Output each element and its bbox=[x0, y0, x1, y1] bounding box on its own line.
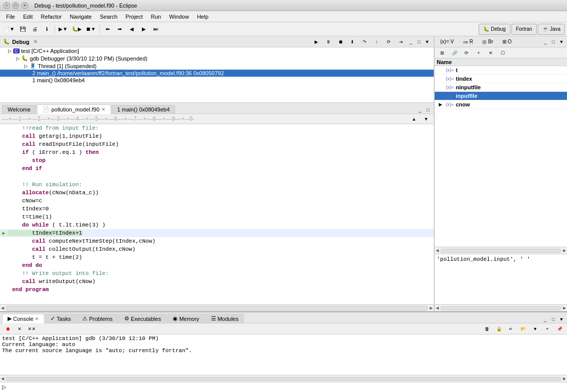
console-close-icon[interactable]: ✕ bbox=[35, 316, 39, 321]
console-input-area[interactable]: ▷ bbox=[0, 382, 567, 392]
hscroll-left[interactable]: ◀ bbox=[0, 305, 5, 311]
select-console-btn[interactable]: ▼ bbox=[530, 323, 541, 334]
stop-button[interactable]: ⏹▼ bbox=[84, 24, 97, 35]
var-item-tindex[interactable]: (x)= tindex bbox=[435, 75, 567, 83]
tree-item-frame-2[interactable]: 2 main_() /home/verlaanm/ff2/fortran_tes… bbox=[0, 70, 434, 77]
editor-maximize-btn[interactable]: □ bbox=[425, 106, 432, 114]
code-editor[interactable]: !!read from input file: call getarg(1,in… bbox=[0, 124, 434, 304]
tab-variables[interactable]: (x)= V bbox=[437, 38, 457, 45]
console-hscroll-thumb[interactable] bbox=[6, 377, 561, 381]
tree-item-app[interactable]: ▷ C test [C/C++ Application] bbox=[0, 47, 434, 54]
select-all-btn[interactable]: ☐ bbox=[497, 47, 508, 59]
collapse-all-btn[interactable]: ⊞ bbox=[437, 47, 448, 59]
editor-hscroll[interactable]: ◀ ▶ bbox=[0, 304, 434, 311]
link-editor-btn[interactable]: 🔗 bbox=[449, 47, 460, 59]
vars-minimize-btn[interactable]: _ bbox=[542, 38, 549, 45]
delete-watch-btn[interactable]: ✕ bbox=[485, 47, 496, 59]
hscroll-right[interactable]: ▶ bbox=[429, 305, 434, 311]
var-item-inputfile[interactable]: (x)= inputfile bbox=[435, 92, 567, 100]
menu-navigate[interactable]: Navigate bbox=[66, 13, 95, 21]
suspend-btn[interactable]: ⏸ bbox=[323, 36, 334, 47]
minimize-panel-btn[interactable]: _ bbox=[407, 38, 415, 45]
resume-btn[interactable]: ▶ bbox=[311, 36, 322, 47]
tab-main[interactable]: 1 main() 0x08049eb4 bbox=[112, 105, 175, 114]
nav-skip[interactable]: ⏭ bbox=[150, 24, 162, 35]
menu-help[interactable]: Help bbox=[193, 13, 213, 21]
var-item-t[interactable]: (x)= t bbox=[435, 66, 567, 75]
perspective-fortran[interactable]: Fortran bbox=[511, 24, 537, 35]
scroll-lock-btn[interactable]: 🔒 bbox=[493, 323, 504, 334]
menu-search[interactable]: Search bbox=[96, 13, 122, 21]
console-maximize-btn[interactable]: □ bbox=[550, 316, 557, 323]
save-button[interactable]: 💾 bbox=[17, 24, 28, 35]
tab-outline[interactable]: ⊞ O bbox=[499, 38, 516, 45]
add-watch-btn[interactable]: + bbox=[473, 47, 484, 59]
tab-breakpoints[interactable]: ◎ Br bbox=[479, 38, 497, 45]
debug-close-icon[interactable]: ✕ bbox=[33, 39, 37, 44]
console-hscroll[interactable]: ◀ ▶ bbox=[0, 375, 567, 382]
word-wrap-btn[interactable]: ↵ bbox=[505, 323, 517, 334]
perspective-java[interactable]: ☕ Java bbox=[538, 24, 565, 35]
value-hscroll-right[interactable]: ▶ bbox=[562, 305, 567, 311]
info-button[interactable]: ℹ bbox=[41, 24, 53, 35]
hscroll-thumb[interactable] bbox=[6, 306, 428, 311]
editor-minimize-btn[interactable]: _ bbox=[417, 106, 424, 114]
value-hscroll[interactable]: ◀ ▶ bbox=[435, 304, 567, 311]
vars-menu-btn[interactable]: ▼ bbox=[558, 38, 565, 45]
tree-item-gdb[interactable]: ▷ 🐛 gdb Debugger (3/30/10 12:10 PM) (Sus… bbox=[0, 54, 434, 62]
expand-icon[interactable]: ▶ bbox=[439, 102, 444, 107]
back-button[interactable]: ⬅ bbox=[102, 24, 113, 35]
vars-hscroll-thumb[interactable] bbox=[441, 249, 561, 253]
tab-welcome[interactable]: Welcome bbox=[2, 105, 36, 114]
console-menu-btn[interactable]: ▼ bbox=[558, 316, 565, 323]
nav-fwd[interactable]: ▶ bbox=[138, 24, 149, 35]
tab-executables[interactable]: ⚙ Executables bbox=[119, 314, 167, 323]
console-hscroll-right[interactable]: ▶ bbox=[562, 375, 567, 382]
pin-console-btn[interactable]: 📌 bbox=[554, 323, 565, 334]
menu-project[interactable]: Project bbox=[122, 13, 147, 21]
print-button[interactable]: 🖨 bbox=[29, 24, 40, 35]
new-console-btn[interactable]: + bbox=[542, 323, 553, 334]
tab-close-icon[interactable]: ✕ bbox=[101, 107, 106, 112]
tab-registers[interactable]: ㎝ R bbox=[459, 37, 477, 46]
remove-all-btn[interactable]: ✕✕ bbox=[26, 323, 37, 334]
debug-run-button[interactable]: 🐛▶ bbox=[70, 24, 83, 35]
minimize-button[interactable]: ○ bbox=[3, 2, 10, 9]
step-over-btn[interactable]: ↷ bbox=[359, 36, 370, 47]
vars-maximize-btn[interactable]: □ bbox=[550, 38, 557, 45]
step-into-btn[interactable]: ⬇ bbox=[347, 36, 358, 47]
value-hscroll-left[interactable]: ◀ bbox=[435, 305, 440, 311]
tree-item-frame-1[interactable]: 1 main() 0x08049eb4 bbox=[0, 77, 434, 84]
tab-console[interactable]: ▶ Console ✕ bbox=[2, 314, 44, 323]
scroll-up-btn[interactable]: ▲ bbox=[408, 114, 420, 125]
terminate-console-btn[interactable]: ⏹ bbox=[2, 323, 13, 334]
menu-edit[interactable]: Edit bbox=[19, 13, 37, 21]
tab-modules[interactable]: ☰ Modules bbox=[205, 314, 244, 323]
value-hscroll-thumb[interactable] bbox=[441, 306, 561, 310]
tree-item-thread[interactable]: ▷ 🧵 Thread [1] (Suspended) bbox=[0, 62, 434, 70]
maximize-button[interactable]: □ bbox=[12, 2, 19, 9]
vars-hscroll[interactable]: ◀ ▶ bbox=[435, 247, 567, 254]
vars-hscroll-right[interactable]: ▶ bbox=[562, 247, 567, 254]
maximize-panel-btn[interactable]: □ bbox=[416, 38, 423, 45]
nav-back[interactable]: ◀ bbox=[126, 24, 137, 35]
remove-launch-btn[interactable]: ✕ bbox=[14, 323, 25, 334]
menu-file[interactable]: File bbox=[2, 13, 19, 21]
close-button[interactable]: × bbox=[21, 2, 28, 9]
menu-refactor[interactable]: Refactor bbox=[37, 13, 66, 21]
drop-to-frame-btn[interactable]: ⟳ bbox=[383, 36, 394, 47]
fwd-button[interactable]: ➡ bbox=[114, 24, 125, 35]
scroll-down-btn[interactable]: ▼ bbox=[421, 114, 432, 125]
tab-pollution-model[interactable]: 📄 pollution_model.f90 ✕ bbox=[37, 104, 111, 114]
console-minimize-btn[interactable]: _ bbox=[542, 316, 549, 323]
var-item-ninputfile[interactable]: (x)= ninputfile bbox=[435, 83, 567, 92]
menu-panel-btn[interactable]: ▼ bbox=[424, 38, 431, 45]
tab-memory[interactable]: ◉ Memory bbox=[167, 314, 205, 323]
console-hscroll-left[interactable]: ◀ bbox=[0, 375, 5, 382]
tab-problems[interactable]: ⚠ Problems bbox=[77, 314, 118, 323]
run-button[interactable]: ▶▼ bbox=[57, 24, 69, 35]
new-button[interactable]: 📄▼ bbox=[2, 24, 16, 35]
var-item-cnow[interactable]: ▶ (x)= cnow bbox=[435, 100, 567, 109]
step-return-btn[interactable]: ↑ bbox=[371, 36, 382, 47]
window-controls[interactable]: ○ □ × bbox=[3, 2, 28, 9]
